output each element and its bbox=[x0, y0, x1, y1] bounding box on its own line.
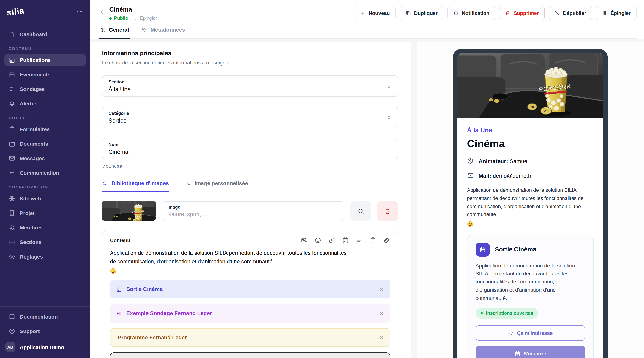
image-search-input[interactable] bbox=[167, 210, 339, 217]
laughing-emoji bbox=[467, 221, 473, 227]
paperclip-icon[interactable] bbox=[384, 237, 390, 244]
event-description: Application de démonstration de la solut… bbox=[476, 262, 585, 302]
sidebar-item-sections[interactable]: Sections bbox=[4, 236, 86, 249]
sidebar-item-reglages[interactable]: Réglages bbox=[4, 250, 86, 263]
phone-preview: POPCORN 20 21 À la Une Cinéma Animateur:… bbox=[453, 49, 608, 358]
tab-general[interactable]: Général bbox=[99, 25, 130, 39]
folder-icon bbox=[8, 140, 15, 147]
back-button[interactable] bbox=[98, 6, 106, 14]
sidebar-item-label: Publications bbox=[20, 57, 51, 63]
sidebar-item-membres[interactable]: Membres bbox=[4, 221, 86, 234]
unpublish-button[interactable]: Dépublier bbox=[548, 6, 592, 20]
svg-text:21: 21 bbox=[544, 109, 548, 113]
sidebar-nav: Dashboard CONTENU Publications Événement… bbox=[0, 23, 90, 306]
sidebar-item-communication[interactable]: Communication bbox=[4, 167, 86, 179]
registration-badge: Inscriptions ouvertes bbox=[476, 308, 538, 319]
poll-icon[interactable] bbox=[356, 237, 362, 244]
sidebar-item-support[interactable]: Support bbox=[4, 325, 86, 338]
signup-button[interactable]: S'inscrire bbox=[476, 346, 585, 358]
plus-icon bbox=[360, 10, 366, 16]
avatar: AD bbox=[5, 342, 15, 352]
globe-icon bbox=[8, 195, 15, 202]
image-search-button[interactable] bbox=[350, 201, 371, 221]
sidebar-item-evenements[interactable]: Événements bbox=[4, 68, 86, 81]
sidebar-item-messages[interactable]: Messages bbox=[4, 152, 86, 165]
sidebar-item-publications[interactable]: Publications bbox=[4, 54, 86, 66]
bell-icon bbox=[453, 10, 459, 16]
image-icon bbox=[185, 181, 191, 186]
chip-close-icon[interactable] bbox=[379, 311, 384, 316]
tablet-icon bbox=[8, 210, 15, 216]
sidebar-item-projet[interactable]: Projet bbox=[4, 207, 86, 219]
sidebar-item-label: Dashboard bbox=[20, 31, 47, 37]
collapse-sidebar-icon[interactable] bbox=[74, 7, 84, 16]
chip-link-principal[interactable]: En savoir plus(principal) bbox=[110, 353, 390, 358]
tab-custom-image[interactable]: Image personnalisée bbox=[185, 180, 248, 192]
chip-program[interactable]: Programme Fernand Leger bbox=[110, 328, 390, 347]
page-header: Cinéma Publié Épingler Nouveau bbox=[90, 0, 644, 39]
chip-poll[interactable]: Exemple Sondage Fernand Leger bbox=[110, 304, 390, 323]
chevron-up-down-icon bbox=[386, 83, 392, 89]
content: Informations principales Le choix de la … bbox=[90, 39, 644, 358]
category-select[interactable]: Catégorie Sorties bbox=[102, 107, 398, 128]
image-delete-button[interactable] bbox=[377, 201, 398, 221]
tab-image-library[interactable]: Bibliothèque d'images bbox=[102, 180, 169, 192]
editor-label: Contenu bbox=[110, 238, 130, 243]
badge-dot-icon bbox=[481, 312, 483, 315]
image-thumbnail[interactable]: POPCORN 20 21 bbox=[102, 201, 156, 221]
user-menu[interactable]: AD Application Demo bbox=[4, 341, 86, 354]
clipboard-icon[interactable] bbox=[370, 237, 376, 244]
grid-icon bbox=[8, 239, 15, 246]
sidebar-item-sondages[interactable]: Sondages bbox=[4, 83, 86, 95]
sidebar-item-label: Site web bbox=[20, 196, 41, 202]
chip-close-icon[interactable] bbox=[379, 287, 384, 292]
svg-text:20: 20 bbox=[530, 105, 534, 109]
chevron-up-down-icon bbox=[386, 115, 392, 120]
notification-button[interactable]: Notification bbox=[447, 6, 496, 20]
cinema-photo: POPCORN 20 21 bbox=[457, 53, 604, 118]
emoji-icon[interactable] bbox=[314, 237, 321, 244]
pin-button[interactable]: Épingler bbox=[596, 6, 636, 20]
duplicate-button[interactable]: Dupliquer bbox=[400, 6, 444, 20]
name-field[interactable]: Nom Cinéma bbox=[102, 138, 398, 160]
sidebar-item-label: Événements bbox=[20, 71, 50, 77]
image-add-icon[interactable] bbox=[301, 237, 308, 244]
preview-host-row: Animateur: Samuel bbox=[467, 158, 594, 164]
trash-icon bbox=[505, 10, 510, 16]
sidebar-item-label: Membres bbox=[20, 225, 43, 231]
image-row: POPCORN 20 21 Image bbox=[102, 201, 398, 221]
slug-text: /cinema bbox=[103, 164, 398, 169]
new-button[interactable]: Nouveau bbox=[354, 6, 396, 20]
sidebar: silia Dashboard CONTENU Publications Évé… bbox=[0, 0, 90, 358]
sidebar-item-documents[interactable]: Documents bbox=[4, 137, 86, 150]
event-title: Sortie Cinéma bbox=[495, 246, 536, 253]
chip-close-icon[interactable] bbox=[379, 335, 384, 340]
silia-logo: silia bbox=[6, 5, 25, 17]
poll-icon bbox=[116, 311, 122, 316]
bookmark-filled-icon bbox=[602, 10, 608, 16]
editor-text[interactable]: Application de démonstration de la solut… bbox=[110, 249, 348, 266]
image-source-tabs: Bibliothèque d'images Image personnalisé… bbox=[102, 180, 398, 192]
preview-column: POPCORN 20 21 À la Une Cinéma Animateur:… bbox=[417, 42, 644, 358]
sidebar-item-formulaires[interactable]: Formulaires bbox=[4, 123, 86, 136]
sidebar-item-dashboard[interactable]: Dashboard bbox=[4, 28, 86, 41]
pin-toggle[interactable]: Épingler bbox=[133, 16, 157, 21]
chip-event[interactable]: Sortie Cinéma bbox=[110, 280, 390, 299]
delete-button[interactable]: Supprimer bbox=[499, 6, 545, 20]
link-icon[interactable] bbox=[328, 237, 335, 244]
event-calendar-icon bbox=[476, 243, 490, 257]
calendar-icon[interactable] bbox=[342, 237, 349, 244]
sidebar-item-documentation[interactable]: Documentation bbox=[4, 310, 86, 323]
newspaper-icon bbox=[8, 57, 15, 63]
interest-button[interactable]: Ça m'intéresse bbox=[476, 325, 585, 341]
user-name: Application Demo bbox=[20, 344, 64, 350]
section-select[interactable]: Section À la Une bbox=[102, 75, 398, 97]
poll-icon bbox=[8, 86, 15, 92]
chip-label: Sortie Cinéma bbox=[126, 286, 374, 292]
sidebar-item-alertes[interactable]: Alertes bbox=[4, 97, 86, 110]
tab-metadonnees[interactable]: Métadonnées bbox=[141, 25, 186, 39]
sidebar-item-site-web[interactable]: Site web bbox=[4, 192, 86, 205]
calendar-icon bbox=[116, 287, 122, 292]
chip-label: Programme Fernand Leger bbox=[118, 335, 374, 341]
clipboard-icon bbox=[8, 126, 15, 133]
